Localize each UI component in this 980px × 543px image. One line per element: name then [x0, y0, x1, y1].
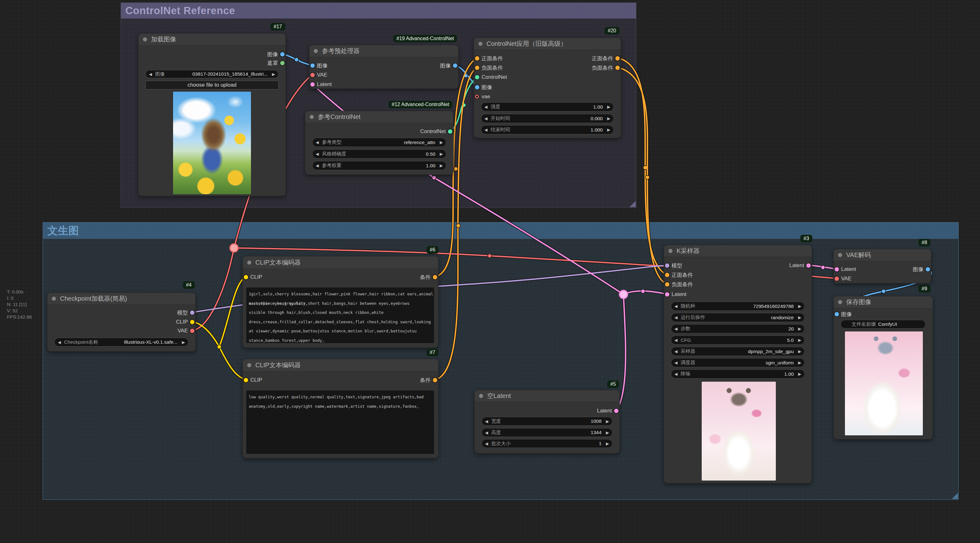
increment-arrow-icon[interactable]: ▶	[795, 349, 804, 353]
正面条件-output-port[interactable]	[615, 56, 620, 60]
load-image-upload-button-button[interactable]: choose file to upload	[145, 81, 278, 89]
图像-input-port[interactable]	[475, 85, 479, 89]
collapse-dot-icon[interactable]	[143, 37, 147, 41]
Latent-input-port[interactable]	[665, 292, 669, 297]
empty-latent-batch-size-field[interactable]: ◀批次大小1▶	[482, 439, 612, 448]
collapse-dot-icon[interactable]	[314, 49, 318, 53]
increment-arrow-icon[interactable]: ▶	[795, 304, 804, 308]
node-clip-encode-negative[interactable]: CLIP文本编码器CLIP条件low quality,worst quality…	[242, 359, 439, 458]
node-empty-latent-titlebar[interactable]: 空Latent	[475, 390, 619, 402]
decrement-arrow-icon[interactable]: ◀	[482, 441, 491, 446]
VAE-input-port[interactable]	[835, 276, 839, 281]
clip-encode-negative-prompt-textarea[interactable]: low quality,worst quality,normal quality…	[246, 391, 434, 454]
increment-arrow-icon[interactable]: ▶	[179, 340, 188, 345]
increment-arrow-icon[interactable]: ▶	[437, 164, 446, 168]
decrement-arrow-icon[interactable]: ◀	[671, 316, 681, 319]
遮罩-output-port[interactable]	[280, 61, 285, 65]
collapse-dot-icon[interactable]	[310, 115, 314, 119]
collapse-dot-icon[interactable]	[838, 300, 842, 304]
apply-controlnet-start-percent-field[interactable]: ◀开始时间0.000▶	[481, 114, 614, 123]
increment-arrow-icon[interactable]: ▶	[603, 419, 612, 424]
图像-output-port[interactable]	[926, 267, 930, 272]
decrement-arrow-icon[interactable]: ◀	[671, 327, 681, 331]
ksampler-sampler-name-select[interactable]: ◀采样器dpmpp_2m_sde_gpu▶	[671, 347, 805, 356]
collapse-dot-icon[interactable]	[52, 297, 56, 301]
decrement-arrow-icon[interactable]: ◀	[671, 349, 681, 353]
图像-output-port[interactable]	[453, 64, 457, 68]
vae-input-port[interactable]	[475, 94, 479, 98]
increment-arrow-icon[interactable]: ▶	[437, 152, 446, 156]
node-load-image-titlebar[interactable]: 加载图像	[138, 33, 286, 46]
decrement-arrow-icon[interactable]: ◀	[481, 116, 491, 121]
increment-arrow-icon[interactable]: ▶	[603, 430, 612, 435]
decrement-arrow-icon[interactable]: ◀	[482, 419, 491, 424]
ksampler-scheduler-select[interactable]: ◀调度器sgm_uniform▶	[671, 358, 805, 367]
increment-arrow-icon[interactable]: ▶	[437, 140, 446, 144]
group-controlnet-reference-titlebar[interactable]: ControlNet Reference	[121, 3, 636, 19]
increment-arrow-icon[interactable]: ▶	[795, 360, 804, 365]
node-apply-controlnet-titlebar[interactable]: ControlNet应用（旧版高级）	[474, 38, 620, 50]
VAE-input-port[interactable]	[310, 73, 315, 77]
increment-arrow-icon[interactable]: ▶	[795, 316, 804, 319]
clip-encode-positive-prompt-textarea[interactable]: 1girl,solo,cherry blossoms,hair flower,p…	[246, 287, 434, 343]
increment-arrow-icon[interactable]: ▶	[795, 338, 804, 342]
ksampler-seed-field[interactable]: ◀随机种729549160249788▶	[671, 302, 805, 311]
node-checkpoint-loader[interactable]: Checkpoint加载器(简易)模型CLIPVAE◀Checkpoint名称I…	[47, 292, 196, 351]
checkpoint-loader-ckpt-name-select[interactable]: ◀Checkpoint名称Illustrious-XL-v0.1.safe...…	[54, 338, 188, 346]
collapse-dot-icon[interactable]	[479, 394, 483, 398]
decrement-arrow-icon[interactable]: ◀	[55, 340, 64, 345]
node-apply-controlnet[interactable]: ControlNet应用（旧版高级）正面条件负面条件ControlNet图像va…	[474, 38, 621, 138]
node-empty-latent[interactable]: 空LatentLatent◀宽度1008▶◀高度1344▶◀批次大小1▶	[474, 390, 620, 454]
collapse-dot-icon[interactable]	[247, 363, 251, 367]
decrement-arrow-icon[interactable]: ◀	[671, 338, 681, 342]
decrement-arrow-icon[interactable]: ◀	[313, 164, 322, 168]
ControlNet-output-port[interactable]	[448, 129, 452, 134]
负面条件-input-port[interactable]	[665, 282, 669, 287]
increment-arrow-icon[interactable]: ▶	[795, 372, 804, 376]
collapse-dot-icon[interactable]	[247, 260, 251, 265]
node-ksampler-titlebar[interactable]: K采样器	[664, 245, 811, 257]
负面条件-output-port[interactable]	[615, 66, 620, 70]
node-save-image[interactable]: 保存图像图像文件名前缀ComfyUI	[833, 296, 933, 440]
load-image-image-select-select[interactable]: ◀图像03817-20241015_185614_Illustri...▶	[145, 70, 278, 78]
node-reference-preprocessor-titlebar[interactable]: 参考预处理器	[309, 45, 458, 57]
node-vae-decode[interactable]: VAE解码LatentVAE图像	[833, 249, 931, 283]
group-controlnet-reference-resize-grip-icon[interactable]	[630, 201, 636, 207]
decrement-arrow-icon[interactable]: ◀	[482, 430, 491, 435]
collapse-dot-icon[interactable]	[668, 249, 673, 253]
reference-controlnet-reference-type-select[interactable]: ◀参考类型reference_attn▶	[312, 138, 446, 147]
node-clip-encode-positive[interactable]: CLIP文本编码器CLIP条件1girl,solo,cherry blossom…	[242, 256, 439, 348]
node-clip-encode-positive-titlebar[interactable]: CLIP文本编码器	[243, 256, 438, 269]
node-load-image[interactable]: 加载图像图像遮罩◀图像03817-20241015_185614_Illustr…	[138, 33, 286, 196]
node-vae-decode-titlebar[interactable]: VAE解码	[834, 249, 931, 261]
ControlNet-input-port[interactable]	[475, 75, 479, 79]
VAE-output-port[interactable]	[190, 329, 194, 333]
node-checkpoint-loader-titlebar[interactable]: Checkpoint加载器(简易)	[48, 293, 196, 305]
reference-controlnet-style-fidelity-field[interactable]: ◀风格精确度0.50▶	[312, 149, 446, 159]
group-txt2img-resize-grip-icon[interactable]	[952, 493, 958, 499]
图像-input-port[interactable]	[835, 312, 839, 316]
increment-arrow-icon[interactable]: ▶	[604, 116, 613, 121]
increment-arrow-icon[interactable]: ▶	[603, 441, 612, 446]
decrement-arrow-icon[interactable]: ◀	[313, 152, 322, 156]
apply-controlnet-end-percent-field[interactable]: ◀结束时间1.000▶	[481, 125, 614, 134]
ksampler-control-after-generate-select[interactable]: ◀运行后操作randomize▶	[671, 313, 805, 322]
Latent-output-port[interactable]	[614, 409, 619, 413]
increment-arrow-icon[interactable]: ▶	[604, 128, 613, 132]
node-reference-preprocessor[interactable]: 参考预处理器图像VAELatent图像	[309, 45, 458, 89]
reference-controlnet-reference-weight-field[interactable]: ◀参考权重1.00▶	[312, 161, 446, 170]
条件-output-port[interactable]	[433, 275, 437, 279]
正面条件-input-port[interactable]	[665, 273, 669, 277]
ksampler-cfg-field[interactable]: ◀CFG5.0▶	[671, 335, 805, 345]
decrement-arrow-icon[interactable]: ◀	[671, 372, 681, 376]
图像-output-port[interactable]	[280, 52, 285, 57]
decrement-arrow-icon[interactable]: ◀	[671, 360, 681, 365]
group-txt2img-titlebar[interactable]: 文生图	[43, 222, 958, 239]
save-image-filename-prefix-field[interactable]: 文件名前缀ComfyUI	[840, 320, 926, 329]
decrement-arrow-icon[interactable]: ◀	[313, 140, 322, 144]
collapse-dot-icon[interactable]	[838, 253, 842, 257]
decrement-arrow-icon[interactable]: ◀	[146, 72, 155, 76]
CLIP-output-port[interactable]	[190, 320, 194, 324]
node-reference-controlnet-titlebar[interactable]: 参考ControlNet	[305, 111, 453, 123]
ksampler-denoise-field[interactable]: ◀降噪1.00▶	[671, 370, 805, 378]
